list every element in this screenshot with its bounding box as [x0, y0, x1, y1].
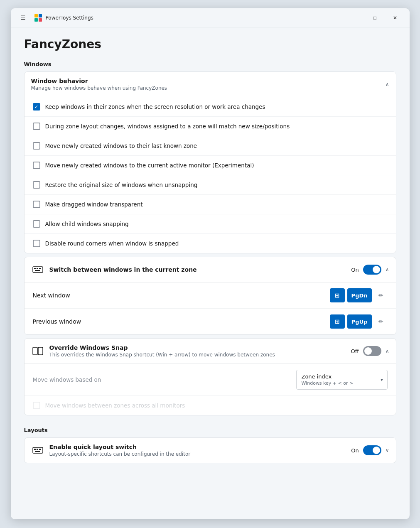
next-win-key-badge: ⊞	[330, 288, 345, 302]
checkbox-row-8: Disable round corners when window is sna…	[25, 234, 396, 253]
layouts-section-label: Layouts	[24, 427, 396, 433]
window-behavior-header-right: ∧	[386, 81, 389, 87]
switch-windows-title: Switch between windows in the current zo…	[49, 266, 351, 273]
svg-rect-0	[34, 14, 38, 17]
quick-layout-header-right: On ∨	[351, 445, 389, 455]
checkbox-6[interactable]	[33, 201, 40, 208]
next-pgdn-key-badge: PgDn	[347, 288, 372, 302]
prev-win-key-badge: ⊞	[330, 314, 345, 329]
quick-layout-subtitle: Layout-specific shortcuts can be configu…	[49, 451, 351, 457]
snap-icon	[32, 345, 44, 357]
checkbox-5[interactable]	[33, 181, 40, 189]
titlebar-title: PowerToys Settings	[46, 15, 342, 21]
override-snap-toggle-label: Off	[351, 348, 359, 354]
svg-rect-1	[39, 14, 42, 17]
move-across-label: Move windows between zones across all mo…	[45, 402, 185, 409]
svg-rect-11	[33, 447, 43, 453]
svg-rect-15	[35, 451, 40, 452]
window-behavior-card: Window behavior Manage how windows behav…	[24, 71, 396, 253]
dropdown-main-text: Zone index	[302, 373, 382, 380]
quick-layout-toggle[interactable]	[363, 445, 381, 455]
svg-rect-14	[39, 449, 41, 450]
windows-section-label: Windows	[24, 61, 396, 67]
checkbox-label-6: Make dragged window transparent	[45, 201, 143, 208]
quick-layout-icon-area	[31, 444, 44, 457]
switch-between-windows-card: Switch between windows in the current zo…	[24, 257, 396, 335]
checkbox-7[interactable]	[33, 220, 40, 228]
prev-window-label: Previous window	[33, 318, 330, 325]
checkbox-label-8: Disable round corners when window is sna…	[45, 240, 179, 247]
svg-rect-3	[39, 18, 42, 22]
switch-between-windows-header[interactable]: Switch between windows in the current zo…	[25, 257, 396, 282]
checkbox-row-2: During zone layout changes, windows assi…	[25, 117, 396, 136]
layout-switch-icon	[32, 445, 44, 456]
next-window-row: Next window ⊞ PgDn ✏	[25, 282, 396, 309]
dropdown-sub-text: Windows key + < or >	[302, 381, 382, 386]
switch-windows-chevron-icon: ∧	[386, 267, 389, 273]
checkbox-label-1: Keep windows in their zones when the scr…	[45, 103, 265, 110]
checkbox-row-3: Move newly created windows to their last…	[25, 136, 396, 156]
maximize-button[interactable]: □	[366, 11, 385, 25]
close-button[interactable]: ✕	[386, 11, 405, 25]
checkbox-8[interactable]	[33, 240, 40, 247]
switch-windows-header-text: Switch between windows in the current zo…	[49, 266, 351, 273]
titlebar: ☰ PowerToys Settings — □ ✕	[11, 8, 410, 27]
svg-rect-8	[35, 270, 40, 271]
checkbox-3[interactable]	[33, 142, 40, 150]
override-snap-chevron-icon: ∧	[386, 348, 389, 354]
window-behavior-chevron-icon: ∧	[386, 81, 389, 87]
quick-layout-toggle-label: On	[351, 447, 359, 454]
checkbox-1[interactable]	[33, 103, 40, 111]
app-icon-area	[34, 14, 42, 22]
checkbox-label-3: Move newly created windows to their last…	[45, 142, 197, 149]
switch-icon-area	[31, 263, 44, 276]
quick-layout-header[interactable]: Enable quick layout switch Layout-specif…	[25, 438, 396, 463]
svg-rect-13	[37, 449, 38, 450]
override-snap-title: Override Windows Snap	[49, 344, 351, 351]
svg-rect-6	[37, 268, 38, 269]
quick-layout-header-text: Enable quick layout switch Layout-specif…	[49, 444, 351, 457]
override-snap-subtitle: This overrides the Windows Snap shortcut…	[49, 352, 351, 358]
checkbox-row-7: Allow child windows snapping	[25, 214, 396, 234]
page-title: FancyZones	[24, 37, 396, 51]
checkbox-label-7: Allow child windows snapping	[45, 221, 129, 227]
checkbox-4[interactable]	[33, 162, 40, 169]
override-snap-header-right: Off ∧	[351, 346, 389, 356]
next-window-label: Next window	[33, 292, 330, 299]
keyboard-icon	[32, 264, 44, 275]
edit-icon-2: ✏	[378, 318, 383, 325]
override-snap-header[interactable]: Override Windows Snap This overrides the…	[25, 339, 396, 363]
override-snap-header-text: Override Windows Snap This overrides the…	[49, 344, 351, 358]
prev-window-edit-button[interactable]: ✏	[374, 315, 388, 328]
move-based-on-row: Move windows based on Zone index Windows…	[25, 364, 396, 396]
move-based-on-label: Move windows based on	[33, 376, 296, 383]
switch-windows-toggle-label: On	[351, 267, 359, 273]
edit-icon: ✏	[378, 292, 383, 299]
checkbox-row-4: Move newly created windows to the curren…	[25, 156, 396, 175]
hamburger-button[interactable]: ☰	[16, 10, 31, 25]
svg-rect-10	[38, 347, 43, 355]
svg-rect-2	[34, 18, 38, 22]
override-snap-toggle[interactable]	[363, 346, 381, 356]
override-windows-snap-card: Override Windows Snap This overrides the…	[24, 338, 396, 415]
checkbox-row-1: Keep windows in their zones when the scr…	[25, 97, 396, 117]
next-window-edit-button[interactable]: ✏	[374, 289, 388, 302]
prev-window-keys: ⊞ PgUp ✏	[330, 314, 388, 329]
zone-index-dropdown[interactable]: Zone index Windows key + < or > ▾	[296, 370, 388, 390]
window-behavior-subtitle: Manage how windows behave when using Fan…	[31, 85, 386, 91]
next-window-keys: ⊞ PgDn ✏	[330, 288, 388, 302]
titlebar-controls: — □ ✕	[346, 11, 405, 25]
checkbox-2[interactable]	[33, 123, 40, 130]
svg-rect-12	[34, 449, 36, 450]
move-across-checkbox[interactable]	[33, 402, 40, 409]
minimize-button[interactable]: —	[346, 11, 365, 25]
svg-rect-9	[33, 347, 37, 355]
switch-windows-toggle[interactable]	[363, 265, 381, 275]
move-across-monitors-row: Move windows between zones across all mo…	[25, 396, 396, 415]
prev-window-row: Previous window ⊞ PgUp ✏	[25, 309, 396, 334]
svg-rect-4	[33, 267, 43, 273]
window-behavior-header[interactable]: Window behavior Manage how windows behav…	[25, 72, 396, 97]
powertoys-logo	[34, 14, 42, 22]
snap-icon-area	[31, 344, 44, 358]
app-window: ☰ PowerToys Settings — □ ✕ FancyZones Wi…	[11, 8, 410, 519]
